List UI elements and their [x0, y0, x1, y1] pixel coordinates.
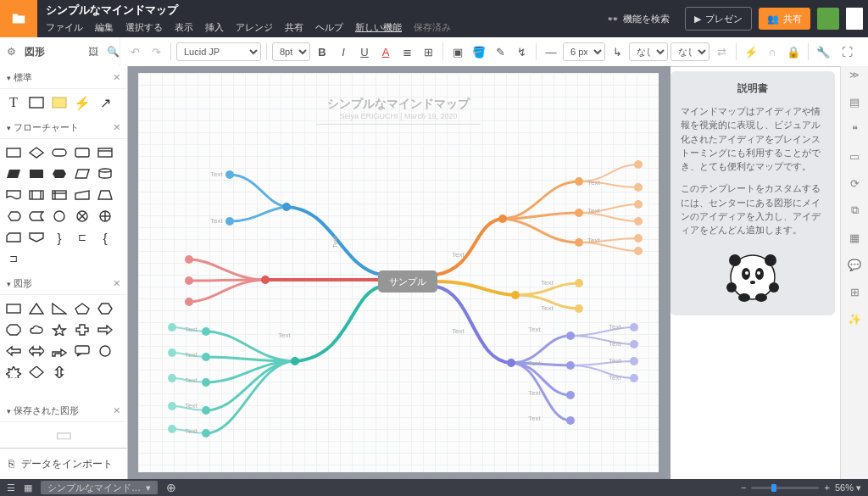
- binoculars-icon: 👓: [607, 14, 619, 25]
- format-toolbar: ⚙ 図形 🖼 🔍 ↶ ↷ Lucid JP 8pt ▾ B I U A ≣ ⊞ …: [0, 37, 868, 67]
- menu-edit[interactable]: 編集: [95, 21, 114, 34]
- swap-ends-button[interactable]: ⇄: [712, 42, 731, 61]
- thumbnail-preview[interactable]: [846, 8, 863, 30]
- save-status: 保存済み: [414, 21, 451, 34]
- shapes-panel: ▾ 標準 × T ⚡ ↗ ▾ フローチャート ×: [0, 66, 128, 67]
- line-style-button[interactable]: ―: [542, 42, 560, 61]
- line-color-button[interactable]: ✎: [491, 42, 509, 61]
- present-label: プレゼン: [705, 13, 743, 25]
- fill-color-button[interactable]: ▣: [448, 42, 467, 61]
- flash-icon[interactable]: ⚡: [742, 42, 760, 61]
- user-avatar[interactable]: [817, 8, 839, 30]
- line-width-select[interactable]: 6 px ▾: [563, 42, 605, 61]
- text-options-button[interactable]: ⊞: [419, 42, 437, 61]
- font-size-select[interactable]: 8pt ▾: [272, 42, 310, 61]
- share-label: 共有: [783, 13, 802, 25]
- gear-icon[interactable]: ⚙: [7, 46, 16, 58]
- undo-button[interactable]: ↶: [125, 42, 144, 61]
- wrench-icon[interactable]: 🔧: [814, 42, 832, 61]
- menu-view[interactable]: 表示: [175, 21, 193, 34]
- menu-insert[interactable]: 挿入: [205, 21, 224, 34]
- bold-button[interactable]: B: [313, 42, 331, 61]
- image-icon[interactable]: 🖼: [88, 46, 98, 58]
- text-color-button[interactable]: A: [376, 42, 395, 61]
- people-icon: 👥: [767, 14, 779, 25]
- play-icon: ▶: [694, 14, 701, 25]
- redo-button[interactable]: ↷: [147, 42, 165, 61]
- arrow-end-select[interactable]: なし ▾: [670, 42, 709, 61]
- section-standard[interactable]: ▾ 標準 ×: [0, 66, 127, 67]
- fullscreen-button[interactable]: ⛶: [837, 42, 856, 61]
- magnet-icon[interactable]: ∩: [763, 42, 782, 61]
- main-menu: ファイル 編集 選択する 表示 挿入 アレンジ 共有 ヘルプ 新しい機能 保存済…: [46, 21, 590, 37]
- shapes-panel-label: 図形: [25, 45, 45, 59]
- menu-file[interactable]: ファイル: [46, 21, 83, 34]
- menu-share[interactable]: 共有: [285, 21, 303, 34]
- align-button[interactable]: ≣: [398, 42, 416, 61]
- right-rail: ≫ ▤ ❝ ▭ ⟳ ⧉ ▦ 💬 ⊞ ✨: [840, 66, 868, 67]
- menu-new-features[interactable]: 新しい機能: [355, 21, 402, 34]
- search-features-label: 機能を検索: [623, 13, 670, 25]
- share-button[interactable]: 👥 共有: [759, 8, 810, 30]
- present-button[interactable]: ▶ プレゼン: [685, 7, 752, 31]
- app-header: シンプルなマインドマップ ファイル 編集 選択する 表示 挿入 アレンジ 共有 …: [0, 0, 868, 37]
- fill-bucket-button[interactable]: 🪣: [470, 42, 488, 61]
- italic-button[interactable]: I: [334, 42, 353, 61]
- line-type-button[interactable]: ↳: [608, 42, 626, 61]
- underline-button[interactable]: U: [355, 42, 374, 61]
- arrow-start-select[interactable]: なし ▾: [629, 42, 668, 61]
- menu-select[interactable]: 選択する: [125, 21, 163, 34]
- font-select[interactable]: Lucid JP: [176, 42, 261, 61]
- document-title[interactable]: シンプルなマインドマップ: [46, 3, 590, 18]
- search-icon[interactable]: 🔍: [107, 46, 120, 58]
- lock-icon[interactable]: 🔒: [784, 42, 803, 61]
- app-logo[interactable]: [0, 0, 37, 37]
- menu-help[interactable]: ヘルプ: [315, 21, 343, 34]
- canvas-area[interactable]: シンプルなマインドマップ Seiya ERIGUCHI | March 19, …: [128, 66, 670, 67]
- search-features-button[interactable]: 👓 機能を検索: [598, 8, 678, 30]
- menu-arrange[interactable]: アレンジ: [236, 21, 273, 34]
- shape-options-button[interactable]: ↯: [512, 42, 531, 61]
